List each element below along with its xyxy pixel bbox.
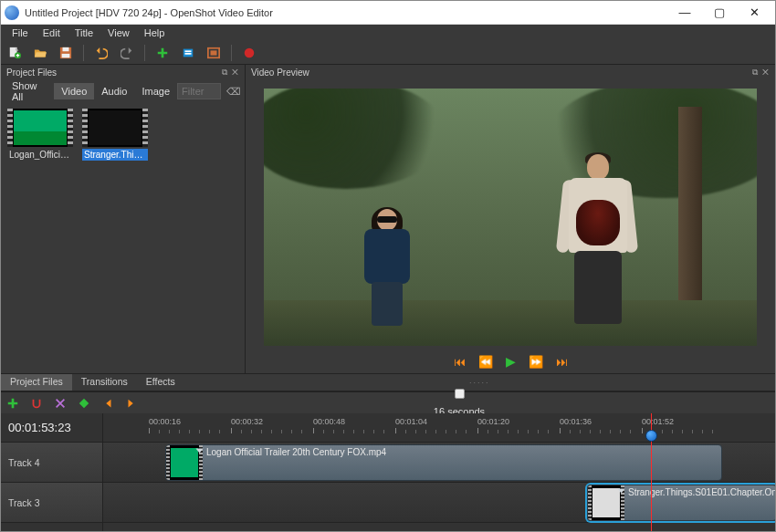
clip-title: Logan Official Trailer 20th Century FOX.…: [203, 445, 721, 459]
svg-rect-7: [185, 53, 192, 55]
jump-end-button[interactable]: ⏭: [556, 355, 568, 369]
video-preview-title: Video Preview: [251, 68, 309, 78]
open-project-button[interactable]: [32, 45, 48, 61]
ruler-tick: 00:00:16: [149, 417, 181, 426]
timeline-ruler[interactable]: 00:00:1600:00:3200:00:4800:01:0400:01:20…: [103, 413, 775, 443]
panel-dock-icons[interactable]: ⧉ ✕: [752, 68, 770, 78]
track-row[interactable]: Logan Official Trailer 20th Century FOX.…: [103, 443, 775, 483]
timeline-toolbar: 16 seconds: [1, 391, 775, 413]
timeline-clip[interactable]: Logan Official Trailer 20th Century FOX.…: [165, 444, 722, 481]
file-thumbnail: [7, 109, 73, 147]
window-title: Untitled Project [HDV 720 24p] - OpenSho…: [25, 7, 667, 18]
timecode-display[interactable]: 00:01:53:23: [1, 413, 102, 443]
redo-button[interactable]: [119, 45, 135, 61]
ruler-tick: 00:01:36: [560, 417, 592, 426]
svg-rect-4: [62, 53, 70, 57]
minimize-button[interactable]: ―: [667, 2, 702, 24]
ruler-tick: 00:01:04: [395, 417, 427, 426]
video-frame[interactable]: [264, 89, 757, 346]
close-button[interactable]: ✕: [737, 2, 771, 24]
profile-button[interactable]: [180, 45, 196, 61]
menu-view[interactable]: View: [100, 26, 137, 39]
playback-controls: ⏮ ⏪ ▶ ⏩ ⏭: [246, 349, 775, 373]
menu-title[interactable]: Title: [68, 26, 100, 39]
window-controls: ― ▢ ✕: [667, 2, 771, 24]
project-files-title: Project Files: [6, 68, 57, 78]
svg-rect-6: [185, 50, 192, 52]
track-header[interactable]: Track 3: [1, 483, 102, 523]
menubar: File Edit Title View Help: [1, 25, 775, 41]
snap-button[interactable]: [30, 397, 43, 410]
clip-title: Stranger.Things.S01E01.Chapter.One.The.V…: [624, 485, 775, 499]
menu-help[interactable]: Help: [137, 26, 173, 39]
add-track-button[interactable]: [6, 397, 19, 410]
video-preview-area: [246, 79, 775, 349]
timeline-left: 00:01:53:23 Track 4Track 3: [1, 413, 103, 531]
rewind-button[interactable]: ⏪: [478, 355, 493, 369]
file-item[interactable]: Logan_Official_…: [6, 109, 74, 161]
video-preview-header: Video Preview ⧉ ✕: [246, 65, 775, 79]
maximize-button[interactable]: ▢: [702, 2, 737, 24]
svg-point-10: [245, 47, 255, 57]
add-marker-button[interactable]: [78, 397, 90, 410]
file-grid[interactable]: Logan_Official_…Stranger.Things.…: [1, 103, 245, 373]
file-filter-tabs: Show All Video Audio Image ⌫: [1, 79, 245, 103]
app-icon: [5, 5, 19, 20]
filter-input[interactable]: [177, 83, 221, 99]
prev-marker-button[interactable]: [101, 397, 114, 410]
save-project-button[interactable]: [58, 45, 74, 61]
menu-edit[interactable]: Edit: [36, 26, 68, 39]
fast-forward-button[interactable]: ⏩: [529, 355, 543, 369]
filter-audio[interactable]: Audio: [94, 83, 134, 99]
video-preview-panel: Video Preview ⧉ ✕ ⏮: [246, 65, 775, 373]
filter-image[interactable]: Image: [134, 83, 177, 99]
razor-button[interactable]: [54, 397, 67, 410]
fullscreen-button[interactable]: [205, 45, 222, 61]
clear-filter-icon[interactable]: ⌫: [226, 86, 241, 98]
timeline-tracks-area[interactable]: 00:00:1600:00:3200:00:4800:01:0400:01:20…: [103, 413, 775, 531]
ruler-tick: 00:01:52: [642, 417, 674, 426]
next-marker-button[interactable]: [125, 397, 138, 410]
timeline: 00:01:53:23 Track 4Track 3 00:00:1600:00…: [1, 413, 775, 531]
ruler-tick: 00:00:32: [231, 417, 263, 426]
filter-video[interactable]: Video: [54, 83, 94, 99]
titlebar: Untitled Project [HDV 720 24p] - OpenSho…: [1, 1, 775, 25]
playhead-handle-icon[interactable]: [645, 430, 657, 442]
track-header[interactable]: Track 4: [1, 443, 102, 483]
panel-dock-icons[interactable]: ⧉ ✕: [222, 68, 239, 78]
file-item[interactable]: Stranger.Things.…: [81, 109, 149, 161]
tab-transitions[interactable]: Transitions: [72, 374, 137, 391]
file-label: Stranger.Things.…: [82, 149, 148, 161]
svg-rect-9: [211, 50, 217, 55]
jump-start-button[interactable]: ⏮: [454, 355, 466, 369]
filter-show-all[interactable]: Show All: [5, 78, 54, 105]
play-button[interactable]: ▶: [506, 354, 516, 369]
playhead[interactable]: [651, 413, 652, 531]
project-files-panel: Project Files ⧉ ✕ Show All Video Audio I…: [1, 65, 246, 373]
file-label: Logan_Official_…: [7, 149, 73, 161]
app-window: Untitled Project [HDV 720 24p] - OpenSho…: [0, 0, 776, 532]
zoom-slider-handle[interactable]: [455, 389, 465, 399]
main-toolbar: [1, 41, 775, 65]
import-files-button[interactable]: [154, 45, 171, 61]
track-row[interactable]: Stranger.Things.S01E01.Chapter.One.The.V…: [103, 483, 775, 523]
new-project-button[interactable]: [6, 45, 23, 61]
export-button[interactable]: [241, 45, 257, 61]
svg-rect-3: [63, 47, 69, 50]
ruler-tick: 00:00:48: [313, 417, 345, 426]
file-thumbnail: [82, 109, 148, 147]
ruler-tick: 00:01:20: [477, 417, 509, 426]
menu-file[interactable]: File: [5, 26, 36, 39]
tab-project-files[interactable]: Project Files: [1, 374, 72, 391]
undo-button[interactable]: [93, 45, 110, 61]
timeline-clip[interactable]: Stranger.Things.S01E01.Chapter.One.The.V…: [587, 485, 775, 521]
